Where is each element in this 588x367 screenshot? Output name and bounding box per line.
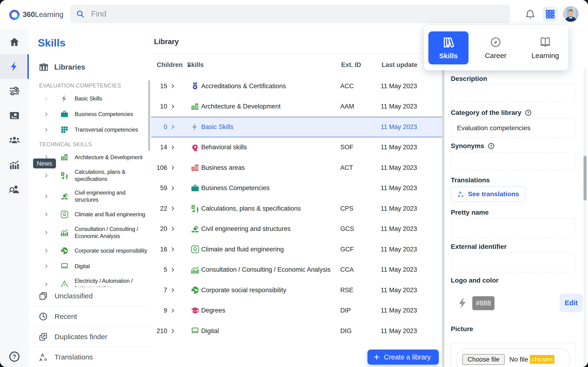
table-row[interactable]: 10 Architecture & Development AAM 11 May… — [151, 96, 442, 117]
tree-item[interactable]: Electricity / Automation / Instrumentati… — [29, 274, 151, 287]
last-update: 11 May 2023 — [381, 103, 442, 110]
chevron-right-icon[interactable] — [170, 144, 176, 150]
category-field[interactable]: Evaluation competencies — [451, 118, 576, 138]
children-count: 22 — [151, 205, 167, 212]
table-row[interactable]: 14 Behavioral skills SOF 11 May 2023 — [151, 137, 442, 158]
chevron-right-icon[interactable] — [170, 185, 176, 191]
edit-logo-button[interactable]: Edit — [560, 294, 583, 312]
help-question-icon[interactable]: ? — [488, 142, 495, 150]
choose-file-button[interactable]: Choose file — [462, 354, 505, 365]
pretty-name-field[interactable] — [451, 218, 576, 238]
tree-footer-label: Duplicates finder — [55, 333, 107, 341]
help-question-icon[interactable]: ? — [525, 109, 532, 116]
chevron-right-icon[interactable] — [170, 328, 176, 334]
table-row[interactable]: 7 Corporate social responsibility RSE 11… — [151, 280, 442, 300]
col-ext-id[interactable]: Ext. ID — [341, 61, 361, 69]
see-translations-button[interactable]: Aп See translations — [451, 186, 525, 202]
tree-item[interactable]: Corporate social responsibility — [29, 243, 151, 259]
table-row[interactable]: 210 Digital DIG 11 May 2023 — [151, 321, 442, 341]
children-count: 0 — [151, 123, 167, 131]
chevron-right-icon[interactable] — [43, 247, 49, 254]
tree-footer-label: Translations — [55, 353, 93, 361]
360learning-logo-icon — [9, 9, 20, 21]
tree-item[interactable]: Consultation / Consulting / Economic Ana… — [29, 222, 151, 243]
external-id-field[interactable] — [451, 252, 576, 272]
clock-icon — [38, 312, 48, 321]
climate-icon — [179, 245, 201, 254]
chevron-right-icon[interactable] — [170, 308, 176, 314]
tree-footer-item[interactable]: Duplicates finder — [29, 326, 151, 347]
tree-footer-item[interactable]: Unclassified — [29, 286, 151, 306]
nav-sliders-icon[interactable] — [0, 79, 29, 103]
chevron-right-icon[interactable] — [170, 226, 176, 232]
table-row[interactable]: 20 Civil engineering and structures GCS … — [151, 219, 442, 239]
app-switcher-button[interactable] — [543, 7, 558, 22]
chevron-right-icon[interactable] — [43, 111, 49, 117]
ext-id: SOF — [340, 144, 381, 151]
nav-user-search-icon[interactable] — [0, 177, 29, 201]
table-row[interactable]: 9 Degrees DIP 11 May 2023 — [151, 300, 442, 321]
table-row[interactable]: 22 Calculations, plans & specifications … — [151, 198, 442, 219]
chevron-right-icon[interactable] — [170, 165, 176, 171]
chevron-right-icon[interactable] — [170, 83, 176, 89]
chevron-right-icon[interactable] — [170, 246, 176, 252]
tree-scrollbar[interactable] — [148, 80, 150, 151]
table-row[interactable]: 5 Consultation / Consulting / Economic A… — [151, 260, 442, 280]
nav-people-icon[interactable] — [0, 128, 29, 152]
chevron-right-icon[interactable] — [43, 126, 49, 133]
tree-item[interactable]: Business Competencies — [29, 106, 151, 122]
search-input[interactable] — [91, 9, 504, 19]
file-input[interactable]: Choose file No file chosen — [456, 348, 571, 367]
ext-id: DIG — [340, 327, 381, 335]
table-row[interactable]: 16 Climate and fluid engineering GCF 11 … — [151, 239, 442, 260]
tree-item[interactable]: Digital — [29, 259, 151, 274]
user-avatar[interactable] — [563, 6, 579, 22]
tree-item[interactable]: Basic Skills — [29, 91, 151, 106]
help-button[interactable]: ? — [0, 350, 29, 363]
col-children[interactable]: Children — [157, 61, 183, 69]
details-scrollbar-thumb[interactable] — [584, 156, 587, 200]
chevron-right-icon[interactable] — [43, 193, 49, 200]
chevron-right-icon[interactable] — [43, 172, 49, 179]
chevron-right-icon[interactable] — [43, 263, 49, 270]
table-row[interactable]: 0 Basic Skills 11 May 2023 — [151, 117, 442, 137]
popup-item-career[interactable]: Career — [476, 31, 516, 64]
nav-bolt-icon[interactable] — [0, 54, 29, 79]
table-row[interactable]: 106 Business areas ACT 11 May 2023 — [151, 158, 442, 178]
popup-item-learning[interactable]: Learning — [525, 31, 565, 64]
notifications-bell-icon[interactable] — [525, 9, 536, 20]
ext-id: ACC — [340, 83, 381, 90]
nav-id-card-icon[interactable] — [0, 103, 29, 128]
tree-footer-item[interactable]: Aп Translations — [29, 347, 151, 367]
ext-id: GCF — [340, 246, 381, 253]
chevron-right-icon[interactable] — [170, 287, 176, 293]
popup-item-skills[interactable]: Skills — [428, 31, 468, 64]
nav-home-icon[interactable] — [0, 30, 29, 54]
last-update: 11 May 2023 — [381, 266, 442, 273]
create-library-button[interactable]: Create a library — [367, 350, 439, 365]
svg-text:п: п — [44, 357, 47, 362]
tree-item[interactable]: Transversal competencies — [29, 122, 151, 138]
col-last-update[interactable]: Last update — [382, 61, 417, 69]
details-scrollbar-track[interactable] — [584, 69, 587, 367]
chevron-right-icon[interactable] — [170, 267, 176, 273]
chevron-right-icon[interactable] — [43, 211, 49, 218]
children-count: 7 — [151, 287, 167, 294]
libraries-header[interactable]: Libraries — [39, 62, 151, 72]
synonyms-field[interactable] — [451, 152, 576, 170]
description-field[interactable] — [451, 84, 576, 102]
chevron-right-icon[interactable] — [170, 205, 176, 212]
tree-footer-item[interactable]: Recent — [29, 306, 151, 326]
table-scrollbar[interactable] — [442, 68, 444, 367]
table-row[interactable]: 15 Accreditations & Certifications ACC 1… — [151, 76, 442, 96]
chevron-right-icon[interactable] — [43, 229, 49, 236]
tree-item[interactable]: Civil engineering and structures — [29, 186, 151, 207]
nav-stats-icon[interactable] — [0, 152, 29, 177]
plus-icon — [373, 354, 380, 361]
synonyms-label: Synonyms? — [451, 142, 495, 150]
chevron-right-icon[interactable] — [170, 124, 176, 130]
tree-item[interactable]: Climate and fluid engineering — [29, 207, 151, 222]
table-row[interactable]: 59 Business Competencies 11 May 2023 — [151, 178, 442, 199]
chevron-right-icon[interactable] — [170, 104, 176, 110]
chevron-right-icon[interactable] — [43, 95, 49, 102]
